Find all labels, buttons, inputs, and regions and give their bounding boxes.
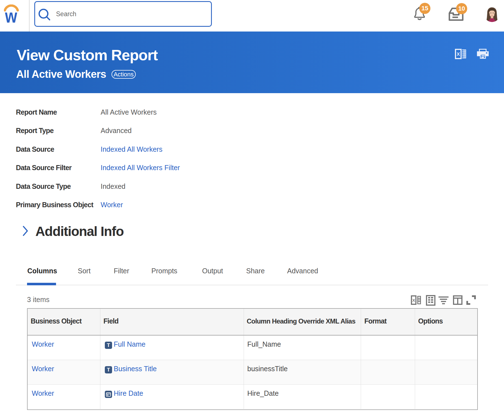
svg-text:X: X: [457, 52, 460, 57]
svg-text:w: w: [5, 5, 17, 24]
svg-text:X: X: [412, 298, 415, 303]
